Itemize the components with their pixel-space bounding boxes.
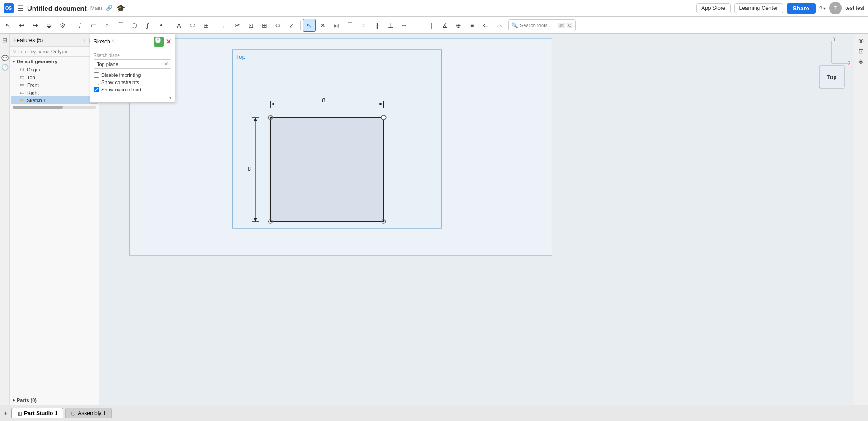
tab-assembly[interactable]: ⬡ Assembly 1: [65, 408, 112, 418]
learning-center-button[interactable]: Learning Center: [734, 3, 783, 13]
toolbar-fixed-button[interactable]: ⊕: [452, 19, 465, 32]
toolbar-point-button[interactable]: •: [155, 19, 168, 32]
vertical-icon: |: [430, 22, 432, 29]
disable-imprinting-label[interactable]: Disable imprinting: [101, 72, 141, 78]
tab-add-button[interactable]: +: [4, 409, 8, 417]
share-button[interactable]: Share: [787, 3, 816, 14]
undo-icon: ↩: [19, 22, 24, 29]
trim-icon: ✂: [235, 22, 240, 29]
toolbar-symmetric-button[interactable]: ⇐: [479, 19, 492, 32]
chevron-right-icon: ▸: [13, 397, 15, 403]
sidebar-add-icon[interactable]: +: [83, 37, 86, 43]
info-icon[interactable]: ?: [168, 96, 171, 102]
perpendicular-icon: ⊥: [388, 22, 393, 29]
toolbar-mirror-button[interactable]: ⇔: [272, 19, 284, 32]
hamburger-menu[interactable]: ☰: [17, 4, 24, 13]
toolbar-pattern-button[interactable]: ⊞: [258, 19, 271, 32]
app-store-button[interactable]: App Store: [696, 3, 730, 13]
sidebar-item-sketch1[interactable]: ✏ Sketch 1: [11, 96, 98, 104]
show-constraints-label[interactable]: Show constraints: [101, 80, 139, 85]
toolbar-rectangle-button[interactable]: ▭: [87, 19, 100, 32]
right-layers-button[interactable]: ⊡: [859, 47, 864, 55]
link-icon[interactable]: 🔗: [106, 5, 113, 11]
redo-icon: ↪: [33, 22, 38, 29]
sidebar-item-top[interactable]: ▭ Top: [11, 73, 98, 81]
toolbar-search: 🔍 alt C: [508, 19, 576, 31]
toolbar-copy-button[interactable]: ⬙: [42, 19, 55, 32]
sidebar-item-front[interactable]: ▭ Front: [11, 81, 98, 89]
sketch-close-button[interactable]: ✕: [165, 37, 171, 47]
toolbar-construction-button[interactable]: ⊞: [200, 19, 212, 32]
toolbar-trim-button[interactable]: ✂: [231, 19, 244, 32]
toolbar-settings-button[interactable]: ⚙: [56, 19, 69, 32]
left-history-button[interactable]: 🕐: [1, 64, 9, 71]
toolbar-spline-button[interactable]: ∫: [142, 19, 154, 32]
user-label[interactable]: test test: [845, 5, 864, 11]
toolbar-perpendicular-button[interactable]: ⊥: [384, 19, 397, 32]
right-view-button[interactable]: 👁: [858, 38, 864, 45]
sketch-plane-field[interactable]: Top plane ✕: [94, 59, 171, 69]
grad-icon[interactable]: 🎓: [116, 4, 125, 13]
slot-icon: ⬭: [190, 21, 195, 29]
show-overdefined-checkbox[interactable]: [94, 87, 99, 92]
avatar[interactable]: T: [829, 2, 842, 14]
tab-part-studio[interactable]: ◧ Part Studio 1: [11, 408, 63, 418]
show-constraints-checkbox[interactable]: [94, 80, 99, 85]
toolbar-slot-button[interactable]: ⬭: [186, 19, 199, 32]
copy-icon: ⬙: [47, 22, 52, 29]
construction-icon: ⊞: [203, 22, 209, 29]
default-geometry-group[interactable]: ▾ Default geometry: [10, 57, 99, 66]
help-button[interactable]: ? ▾: [819, 5, 826, 12]
svg-point-6: [382, 116, 386, 119]
filter-input[interactable]: [18, 49, 96, 54]
sidebar-item-right[interactable]: ▭ Right: [11, 89, 98, 96]
parts-group[interactable]: ▸ Parts (0): [13, 397, 96, 403]
svg-text:Y: Y: [833, 37, 836, 42]
toolbar-dimension-button[interactable]: ↔: [398, 19, 410, 32]
toolbar-line-button[interactable]: /: [74, 19, 86, 32]
sketch-history-button[interactable]: 🕐: [154, 37, 161, 43]
toolbar-arc-button[interactable]: ⌒: [114, 19, 127, 32]
doc-title: Untitled document: [27, 5, 87, 12]
show-constraints-row: Show constraints: [94, 80, 171, 85]
disable-imprinting-checkbox[interactable]: [94, 72, 99, 78]
toolbar-horizontal-button[interactable]: —: [411, 19, 424, 32]
svg-text:X: X: [848, 61, 850, 66]
left-comment-button[interactable]: 💬: [1, 55, 9, 61]
toolbar-undo-button[interactable]: ↩: [15, 19, 28, 32]
toolbar-redo-button[interactable]: ↪: [29, 19, 42, 32]
toolbar-text-button[interactable]: A: [173, 19, 185, 32]
gear-icon: ⚙: [60, 22, 66, 29]
toolbar-select-button[interactable]: ↖: [2, 19, 14, 32]
toolbar-circle-button[interactable]: ○: [101, 19, 113, 32]
left-add-button[interactable]: +: [3, 46, 7, 52]
toolbar-tangent-button[interactable]: ⌒: [344, 19, 356, 32]
toolbar-fillet-button[interactable]: ⌞: [217, 19, 230, 32]
part-studio-icon: ◧: [17, 411, 22, 416]
toolbar-concentric-button[interactable]: ◎: [330, 19, 343, 32]
toolbar-parallel-button[interactable]: ∥: [371, 19, 383, 32]
main-canvas[interactable]: Sketch 1 Top 8: [99, 34, 854, 405]
disable-imprinting-row: Disable imprinting: [94, 72, 171, 78]
view-cube[interactable]: Y X Top: [814, 36, 850, 95]
search-icon: 🔍: [511, 22, 518, 28]
right-render-button[interactable]: ◈: [859, 57, 863, 65]
left-features-button[interactable]: ⊞: [2, 37, 7, 43]
rectangle-icon: ▭: [91, 22, 97, 29]
sketch-plane-clear-icon[interactable]: ✕: [164, 61, 168, 67]
toolbar-vertical-button[interactable]: |: [425, 19, 438, 32]
toolbar-equal-button[interactable]: =: [357, 19, 370, 32]
toolbar-arc-dim-button[interactable]: ⌓: [493, 19, 505, 32]
toolbar-angle-button[interactable]: ∡: [439, 19, 451, 32]
toolbar-polygon-button[interactable]: ⬡: [128, 19, 141, 32]
svg-rect-0: [130, 38, 552, 255]
sidebar-item-origin[interactable]: ⊙ Origin: [11, 66, 98, 73]
show-overdefined-label[interactable]: Show overdefined: [101, 87, 141, 92]
toolbar-coincident-button[interactable]: ✕: [316, 19, 329, 32]
assembly-icon: ⬡: [71, 411, 75, 416]
toolbar-offset-button[interactable]: ⊡: [245, 19, 257, 32]
toolbar-transform-button[interactable]: ⤢: [285, 19, 298, 32]
toolbar-collinear-button[interactable]: ≡: [466, 19, 478, 32]
toolbar-select-tool-button[interactable]: ↖: [303, 19, 316, 32]
search-input[interactable]: [520, 23, 556, 28]
